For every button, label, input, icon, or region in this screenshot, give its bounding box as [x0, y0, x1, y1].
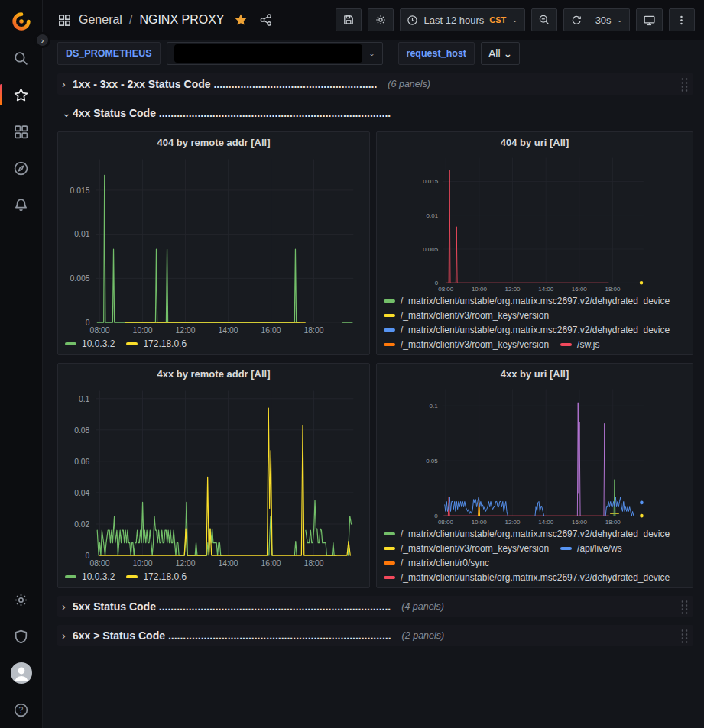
panel-legend: 10.0.3.2172.18.0.6: [58, 569, 369, 587]
legend-color-swatch: [384, 328, 395, 332]
legend-color-swatch: [384, 561, 395, 565]
navbar-actions: Last 12 hours CST ⌄: [336, 8, 695, 31]
legend-color-swatch: [65, 575, 76, 578]
legend-item[interactable]: /_matrix/client/unstable/org.matrix.msc2…: [384, 325, 670, 335]
svg-text:0.05: 0.05: [426, 458, 438, 464]
datasource-variable-label[interactable]: DS_PROMETHEUS: [57, 42, 161, 65]
svg-text:0.015: 0.015: [70, 186, 89, 195]
legend-label: 172.18.0.6: [143, 338, 187, 349]
main-area: General / NGINX PROXY: [43, 0, 704, 728]
svg-text:10:00: 10:00: [133, 326, 153, 335]
sidebar-expand-button[interactable]: ›: [34, 32, 50, 48]
apps-grid-icon: [57, 13, 72, 28]
svg-text:08:00: 08:00: [438, 286, 453, 293]
timeseries-chart[interactable]: 00.0050.010.01508:0010:0012:0014:0016:00…: [377, 153, 693, 293]
request-host-variable-label[interactable]: request_host: [398, 42, 475, 65]
sidebar-item-explore[interactable]: [6, 153, 37, 183]
legend-label: /_matrix/client/r0/sync: [401, 558, 489, 568]
favorite-star-icon[interactable]: [234, 13, 248, 27]
legend-color-swatch: [384, 314, 395, 317]
breadcrumb-section[interactable]: General: [79, 13, 122, 27]
svg-text:0.005: 0.005: [423, 246, 438, 253]
share-icon[interactable]: [259, 13, 273, 27]
grafana-logo[interactable]: [6, 6, 37, 37]
datasource-variable-select[interactable]: ⌄: [167, 42, 383, 65]
panel-title[interactable]: 4xx by remote addr [All]: [58, 364, 369, 384]
panel-title[interactable]: 4xx by uri [All]: [377, 364, 693, 384]
legend-item[interactable]: /_matrix/client/v3/room_keys/version: [384, 543, 549, 554]
row-drag-handle[interactable]: [680, 600, 689, 614]
svg-text:0.01: 0.01: [74, 230, 89, 238]
row-header-6xx[interactable]: › 6xx > Status Code ....................…: [57, 625, 693, 646]
refresh-button[interactable]: [563, 8, 589, 31]
legend-item[interactable]: /sw.js: [560, 339, 599, 350]
dashboard-settings-button[interactable]: [368, 8, 394, 31]
sidebar-item-profile[interactable]: [6, 658, 37, 688]
legend-item[interactable]: /_matrix/client/unstable/org.matrix.msc2…: [384, 296, 670, 306]
svg-text:10:00: 10:00: [133, 559, 153, 568]
legend-item[interactable]: /_matrix/client/unstable/org.matrix.msc2…: [384, 529, 670, 539]
svg-text:12:00: 12:00: [176, 559, 196, 568]
row-drag-handle[interactable]: [680, 629, 689, 643]
sidebar-item-dashboards[interactable]: [6, 116, 37, 147]
refresh-button-group: 30s ⌄: [563, 8, 630, 31]
sidebar-item-alerting[interactable]: [6, 189, 37, 220]
kebab-menu-button[interactable]: [669, 8, 695, 31]
panel-title[interactable]: 404 by uri [All]: [377, 132, 693, 153]
time-range-picker[interactable]: Last 12 hours CST ⌄: [400, 8, 524, 31]
row-drag-handle[interactable]: [680, 77, 689, 92]
sidebar-item-server-admin[interactable]: [6, 621, 37, 652]
sidebar-item-help[interactable]: ?: [6, 694, 37, 725]
row-header-4xx[interactable]: ⌄ 4xx Status Code ......................…: [57, 102, 693, 124]
legend-item[interactable]: 172.18.0.6: [126, 571, 187, 582]
sidebar-item-configuration[interactable]: [6, 584, 37, 615]
sidebar-item-search[interactable]: [6, 43, 37, 73]
zoom-out-button[interactable]: [531, 8, 557, 31]
legend-color-swatch: [126, 575, 138, 578]
save-dashboard-button[interactable]: [336, 8, 362, 31]
timeseries-chart[interactable]: 00.0050.010.01508:0010:0012:0014:0016:00…: [58, 153, 369, 336]
legend-item[interactable]: 172.18.0.6: [126, 338, 187, 349]
sidebar-item-starred[interactable]: [6, 79, 37, 110]
search-icon: [13, 50, 29, 66]
svg-text:18:00: 18:00: [605, 286, 621, 293]
svg-text:0.015: 0.015: [423, 178, 438, 185]
tv-mode-button[interactable]: [636, 8, 663, 31]
legend-color-swatch: [384, 532, 395, 535]
request-host-variable-select[interactable]: All ⌄: [481, 42, 520, 65]
svg-text:0.005: 0.005: [70, 274, 89, 283]
save-icon: [342, 14, 355, 26]
timeseries-chart[interactable]: 00.020.040.060.080.108:0010:0012:0014:00…: [58, 384, 369, 569]
svg-text:0: 0: [86, 319, 90, 327]
legend-label: 172.18.0.6: [143, 571, 187, 582]
legend-item[interactable]: /_matrix/client/unstable/org.matrix.msc2…: [384, 572, 670, 583]
legend-item[interactable]: 10.0.3.2: [65, 571, 115, 582]
svg-text:0.06: 0.06: [74, 458, 89, 466]
time-range-label: Last 12 hours: [423, 15, 484, 26]
legend-item[interactable]: /_matrix/client/r0/sync: [384, 558, 489, 568]
panel-title[interactable]: 404 by remote addr [All]: [58, 132, 369, 153]
svg-text:14:00: 14:00: [538, 519, 554, 526]
grafana-app: ›: [0, 0, 704, 728]
legend-color-swatch: [384, 343, 395, 346]
refresh-interval-picker[interactable]: 30s ⌄: [589, 8, 630, 31]
legend-item[interactable]: /_matrix/client/v3/room_keys/version: [384, 310, 549, 321]
row-header-5xx[interactable]: › 5xx Status Code ......................…: [57, 596, 693, 617]
svg-text:18:00: 18:00: [605, 519, 621, 526]
timezone-label: CST: [489, 15, 506, 24]
legend-item[interactable]: /api/live/ws: [560, 543, 622, 554]
variables-bar: DS_PROMETHEUS ⌄ request_host All ⌄: [43, 40, 704, 69]
star-icon: [13, 87, 29, 103]
row-header-1xx-3xx-2xx[interactable]: › 1xx - 3xx - 2xx Status Code ..........…: [57, 73, 693, 95]
dashboard-title[interactable]: NGINX PROXY: [139, 13, 224, 27]
legend-item[interactable]: 10.0.3.2: [65, 338, 115, 349]
svg-text:08:00: 08:00: [90, 326, 110, 335]
svg-text:14:00: 14:00: [219, 559, 238, 568]
legend-label: 10.0.3.2: [82, 571, 115, 582]
timeseries-chart[interactable]: 00.050.108:0010:0012:0014:0016:0018:00: [377, 384, 693, 526]
panel-4xx-by-remote-addr: 4xx by remote addr [All] 00.020.040.060.…: [57, 363, 370, 588]
row-panel-count: (2 panels): [402, 630, 445, 641]
sidebar: ›: [0, 0, 43, 728]
breadcrumb: General / NGINX PROXY: [57, 13, 273, 28]
legend-item[interactable]: /_matrix/client/v3/room_keys/version: [384, 339, 549, 350]
